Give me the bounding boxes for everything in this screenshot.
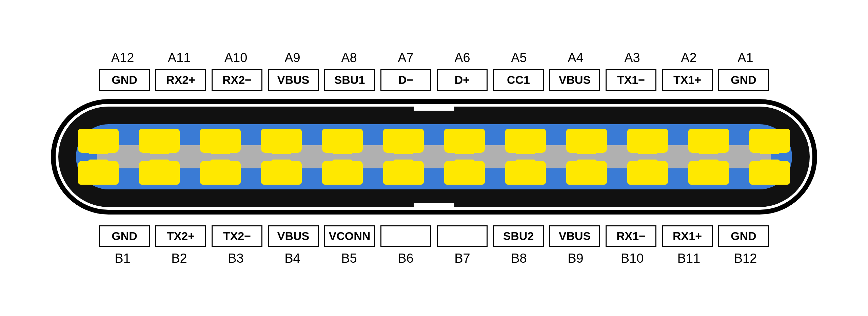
top-signal-8: VBUS [549, 69, 600, 91]
bottom-alpha-B3: B3 [208, 250, 264, 267]
top-signal-6: D+ [437, 69, 488, 91]
pin-bottom-10 [688, 161, 729, 185]
top-alpha-A5: A5 [491, 49, 547, 67]
pin-bottom-0 [78, 161, 119, 185]
top-alpha-A10: A10 [208, 49, 264, 67]
pin-bottom-5 [383, 161, 424, 185]
top-alpha-A3: A3 [604, 49, 660, 67]
top-signal-7: CC1 [493, 69, 544, 91]
bottom-alpha-B2: B2 [151, 250, 208, 267]
bottom-signal-3: VBUS [268, 225, 319, 247]
pin-bottom-8 [566, 161, 607, 185]
bottom-alpha-B9: B9 [547, 250, 604, 267]
gap-top [414, 107, 454, 111]
bottom-pins-row [78, 161, 790, 185]
bottom-signal-6 [437, 225, 488, 247]
bottom-signal-4: VCONN [324, 225, 375, 247]
connector-body [51, 99, 817, 215]
pin-top-2 [200, 129, 241, 153]
top-alpha-A11: A11 [151, 49, 208, 67]
top-signal-5: D− [380, 69, 431, 91]
pin-bottom-11 [749, 161, 790, 185]
top-pins-row [78, 129, 790, 153]
top-signal-10: TX1+ [662, 69, 713, 91]
bottom-alpha-B10: B10 [604, 250, 660, 267]
pin-top-10 [688, 129, 729, 153]
pin-bottom-9 [627, 161, 668, 185]
top-signal-1: RX2+ [155, 69, 206, 91]
pin-bottom-3 [261, 161, 302, 185]
top-signal-3: VBUS [268, 69, 319, 91]
usb-c-diagram: A12A11A10A9A8A7A6A5A4A3A2A1 GNDRX2+RX2−V… [0, 0, 868, 316]
bottom-alpha-B1: B1 [94, 250, 151, 267]
pin-bottom-7 [505, 161, 546, 185]
bottom-signal-9: RX1− [606, 225, 656, 247]
bottom-signal-5 [380, 225, 431, 247]
bottom-signal-1: TX2+ [155, 225, 206, 247]
bottom-alpha-B5: B5 [321, 250, 377, 267]
bottom-alpha-labels-row: B1B2B3B4B5B6B7B8B9B10B11B12 [61, 250, 807, 267]
pin-top-6 [444, 129, 485, 153]
pin-top-8 [566, 129, 607, 153]
pin-top-4 [322, 129, 363, 153]
top-alpha-A7: A7 [377, 49, 434, 67]
bottom-signal-7: SBU2 [493, 225, 544, 247]
pin-top-7 [505, 129, 546, 153]
bottom-alpha-B12: B12 [717, 250, 774, 267]
top-alpha-A9: A9 [264, 49, 321, 67]
pin-top-9 [627, 129, 668, 153]
top-alpha-A4: A4 [547, 49, 604, 67]
top-signal-11: GND [718, 69, 769, 91]
pin-top-1 [139, 129, 180, 153]
top-signal-boxes-row: GNDRX2+RX2−VBUSSBU1D−D+CC1VBUSTX1−TX1+GN… [61, 69, 807, 91]
pin-bottom-4 [322, 161, 363, 185]
bottom-signal-10: RX1+ [662, 225, 713, 247]
bottom-alpha-B7: B7 [434, 250, 491, 267]
top-alpha-labels-row: A12A11A10A9A8A7A6A5A4A3A2A1 [61, 49, 807, 67]
bottom-alpha-B11: B11 [660, 250, 717, 267]
pin-top-5 [383, 129, 424, 153]
top-signal-4: SBU1 [324, 69, 375, 91]
pin-top-11 [749, 129, 790, 153]
bottom-signal-boxes-row: GNDTX2+TX2−VBUSVCONNSBU2VBUSRX1−RX1+GND [61, 225, 807, 247]
pin-bottom-1 [139, 161, 180, 185]
top-alpha-A1: A1 [717, 49, 774, 67]
bottom-signal-11: GND [718, 225, 769, 247]
bottom-signal-2: TX2− [212, 225, 262, 247]
top-alpha-A2: A2 [660, 49, 717, 67]
pin-bottom-2 [200, 161, 241, 185]
top-signal-0: GND [99, 69, 150, 91]
top-alpha-A12: A12 [94, 49, 151, 67]
top-signal-9: TX1− [606, 69, 656, 91]
gap-bottom [414, 203, 454, 207]
bottom-alpha-B4: B4 [264, 250, 321, 267]
bottom-alpha-B8: B8 [491, 250, 547, 267]
inner-black [58, 107, 810, 207]
bottom-alpha-B6: B6 [377, 250, 434, 267]
top-alpha-A8: A8 [321, 49, 377, 67]
pin-bottom-6 [444, 161, 485, 185]
top-alpha-A6: A6 [434, 49, 491, 67]
pin-top-0 [78, 129, 119, 153]
pin-top-3 [261, 129, 302, 153]
top-signal-2: RX2− [212, 69, 262, 91]
bottom-signal-8: VBUS [549, 225, 600, 247]
bottom-signal-0: GND [99, 225, 150, 247]
